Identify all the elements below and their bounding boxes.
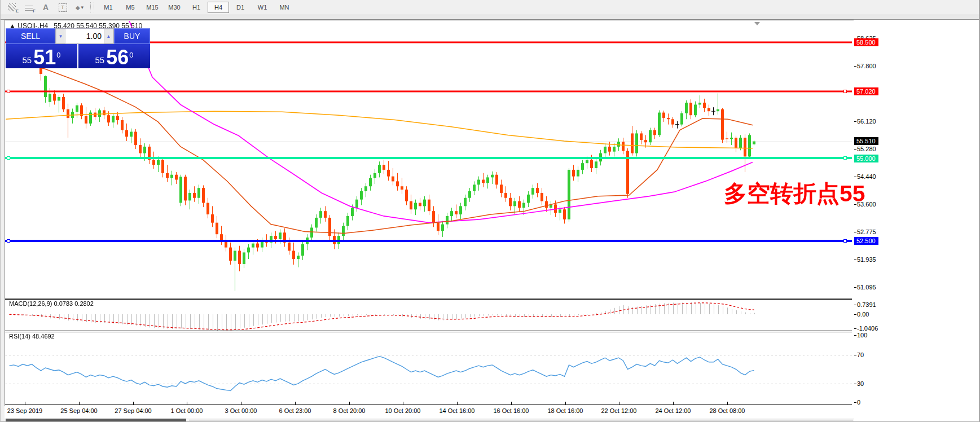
volume-stepper: ▼ ▲ bbox=[55, 28, 114, 44]
date-label: 16 Oct 16:00 bbox=[494, 407, 529, 414]
fibonacci-retracement-icon[interactable]: F bbox=[21, 2, 36, 13]
text-label-icon[interactable]: T bbox=[55, 2, 70, 13]
timeframe-W1[interactable]: W1 bbox=[252, 2, 273, 13]
axis-tick: 51.095 bbox=[857, 284, 876, 291]
timeframe-H1[interactable]: H1 bbox=[186, 2, 207, 13]
date-label: 24 Oct 12:00 bbox=[656, 407, 691, 414]
toolbar-separator bbox=[90, 2, 94, 12]
buy-button[interactable]: BUY bbox=[114, 28, 150, 44]
price-badge: 55.510 bbox=[854, 137, 878, 145]
volume-input[interactable] bbox=[65, 29, 104, 43]
window-left-border bbox=[0, 0, 1, 422]
date-label: 3 Oct 00:00 bbox=[225, 407, 257, 414]
toolbar-separator-band bbox=[0, 15, 980, 20]
timeframe-M30[interactable]: M30 bbox=[164, 2, 185, 13]
volume-decrease-icon[interactable]: ▼ bbox=[56, 29, 65, 43]
timeframe-M5[interactable]: M5 bbox=[120, 2, 141, 13]
timeframe-H4[interactable]: H4 bbox=[208, 2, 229, 13]
axis-tick: 55.280 bbox=[857, 146, 876, 152]
date-label: 10 Oct 20:00 bbox=[385, 407, 421, 414]
date-label: 6 Oct 23:00 bbox=[279, 407, 311, 414]
axis-tick: 51.935 bbox=[857, 256, 876, 263]
date-label: 25 Sep 04:00 bbox=[60, 407, 97, 414]
axis-tick: 57.800 bbox=[857, 63, 876, 69]
timeframe-bar: M1M5M15M30H1H4D1W1MN bbox=[98, 2, 296, 13]
price-axis[interactable]: 58.62557.80056.12055.28054.44053.60052.7… bbox=[854, 20, 979, 422]
arrows-icon[interactable]: ◆▾ bbox=[72, 2, 87, 13]
scrollbar-track-line bbox=[189, 420, 853, 420]
date-label: 14 Oct 16:00 bbox=[440, 407, 475, 414]
date-label: 1 Oct 00:00 bbox=[171, 407, 203, 414]
axis-tick: 100 bbox=[857, 332, 867, 339]
buy-price[interactable]: 55560 bbox=[78, 44, 150, 68]
axis-tick: -1.0406 bbox=[857, 325, 878, 332]
price-badge: 52.500 bbox=[854, 237, 878, 245]
one-click-trading-panel: SELL ▼ ▲ BUY 55510 55560 bbox=[6, 28, 150, 68]
date-label: 23 Sep 2019 bbox=[7, 407, 42, 414]
date-label: 22 Oct 12:00 bbox=[601, 407, 637, 414]
axis-tick: 70 bbox=[857, 351, 864, 358]
timeframe-M1[interactable]: M1 bbox=[98, 2, 119, 13]
chart-canvas[interactable] bbox=[5, 20, 852, 405]
axis-tick: 56.120 bbox=[857, 118, 876, 125]
axis-tick: 30 bbox=[857, 380, 864, 387]
volume-increase-icon[interactable]: ▲ bbox=[104, 29, 113, 43]
axis-tick: 0 bbox=[857, 399, 860, 406]
date-axis[interactable]: 23 Sep 201925 Sep 04:0027 Sep 04:001 Oct… bbox=[5, 406, 854, 418]
axis-tick: 0.7391 bbox=[857, 301, 876, 308]
price-badge: 55.000 bbox=[854, 155, 878, 162]
price-badge: 58.500 bbox=[854, 38, 878, 46]
equidistant-channel-icon[interactable]: E bbox=[5, 2, 19, 13]
chart-annotation: 多空转折点55 bbox=[724, 178, 865, 209]
axis-tick: 52.775 bbox=[857, 228, 876, 235]
sell-button[interactable]: SELL bbox=[6, 28, 55, 44]
text-icon[interactable]: A bbox=[38, 2, 53, 13]
timeframe-D1[interactable]: D1 bbox=[230, 2, 251, 13]
date-label: 18 Oct 16:00 bbox=[548, 407, 583, 414]
date-label: 27 Sep 04:00 bbox=[115, 407, 151, 414]
axis-tick: 0.00 bbox=[857, 311, 869, 318]
date-label: 8 Oct 20:00 bbox=[333, 407, 366, 414]
sell-price[interactable]: 55510 bbox=[6, 44, 77, 68]
date-label: 28 Oct 08:00 bbox=[710, 407, 745, 414]
price-badge: 57.020 bbox=[854, 87, 878, 95]
toolbar: E F A T ◆▾ M1M5M15M30H1H4D1W1MN bbox=[0, 0, 980, 15]
rsi-label: RSI(14) 48.4692 bbox=[9, 333, 55, 340]
timeframe-MN[interactable]: MN bbox=[274, 2, 295, 13]
timeframe-M15[interactable]: M15 bbox=[142, 2, 163, 13]
macd-label: MACD(12,26,9) 0.0783 0.2802 bbox=[9, 300, 94, 307]
